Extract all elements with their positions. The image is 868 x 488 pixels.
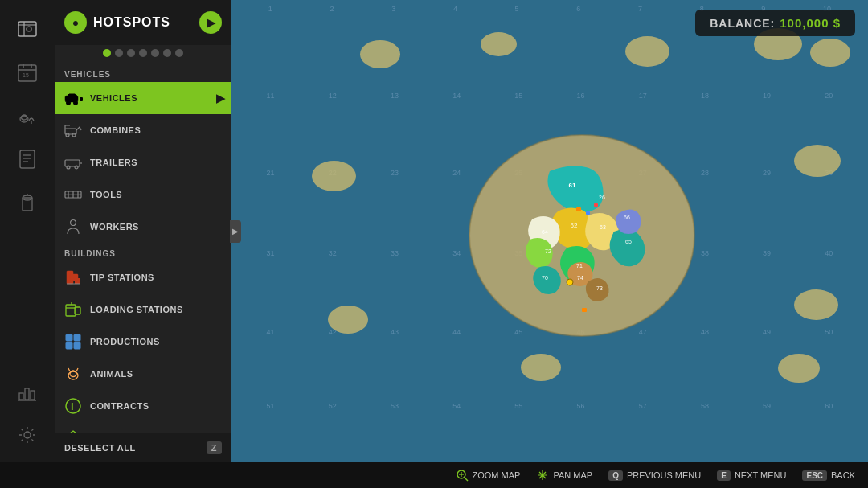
svg-line-73 <box>465 478 468 481</box>
menu-item-vehicles[interactable]: VEHICLES ▶ <box>55 82 231 114</box>
svg-point-24 <box>74 101 78 105</box>
menu-item-loading-stations[interactable]: LOADING STATIONS <box>55 293 231 326</box>
next-menu-button[interactable]: E NEXT MENU <box>717 470 786 481</box>
svg-rect-66 <box>576 207 581 211</box>
svg-rect-67 <box>586 211 590 215</box>
trailers-icon <box>63 152 84 173</box>
balance-label: BALANCE: <box>710 17 775 30</box>
grid-row-6: 51525354555657585960 <box>231 402 868 410</box>
island-map: 61 26 62 63 65 64 71 72 66 74 70 73 <box>445 107 719 356</box>
rock-1 <box>360 40 400 68</box>
svg-rect-10 <box>20 150 35 168</box>
rock-3 <box>625 36 669 67</box>
svg-text:73: 73 <box>596 285 603 291</box>
vehicles-arrow: ▶ <box>216 92 226 105</box>
trailers-label: TRAILERS <box>90 158 137 167</box>
left-panel: ● HOTSPOTS ▶ VEHICLES <box>55 0 231 462</box>
svg-rect-68 <box>594 203 598 207</box>
tip-stations-label: TIP STATIONS <box>90 273 154 282</box>
svg-rect-48 <box>74 342 80 349</box>
zoom-icon <box>456 469 469 482</box>
balance-amount: 100,000 $ <box>780 16 841 30</box>
previous-menu-button[interactable]: Q PREVIOUS MENU <box>608 470 701 481</box>
menu-item-trailers[interactable]: TRAILERS <box>55 146 231 178</box>
combines-label: COMBINES <box>90 125 141 135</box>
svg-text:71: 71 <box>576 263 583 269</box>
header-dots-row <box>55 45 231 59</box>
svg-rect-45 <box>66 334 72 341</box>
deselect-key: Z <box>207 441 222 454</box>
panel-header-left: ● HOTSPOTS <box>64 11 170 34</box>
dot-1[interactable] <box>103 49 111 57</box>
menu-item-animals[interactable]: ANIMALS <box>55 358 231 390</box>
pan-map-button[interactable]: PAN MAP <box>536 469 592 482</box>
tools-label: TOOLS <box>90 190 122 199</box>
svg-rect-0 <box>18 22 36 36</box>
pan-icon <box>536 469 549 482</box>
dot-5[interactable] <box>151 49 159 57</box>
map-area[interactable]: 12345678910 11121314151617181920 2122232… <box>231 0 868 462</box>
tip-stations-icon <box>63 267 84 288</box>
menu-item-workers[interactable]: WORKERS <box>55 211 231 243</box>
svg-rect-17 <box>19 393 23 400</box>
svg-point-21 <box>24 432 31 438</box>
svg-rect-46 <box>74 334 80 341</box>
combines-icon <box>63 120 84 141</box>
svg-text:i: i <box>71 400 74 412</box>
productions-label: PRODUCTIONS <box>90 337 160 347</box>
svg-text:62: 62 <box>570 222 577 229</box>
menu-item-contracts[interactable]: i CONTRACTS <box>55 390 231 422</box>
contracts-icon: i <box>63 396 84 416</box>
animals-icon <box>63 363 84 384</box>
svg-text:65: 65 <box>625 239 632 244</box>
menu-item-others[interactable]: OTHERS <box>55 422 231 433</box>
deselect-all-bar[interactable]: DESELECT ALL Z <box>55 433 231 462</box>
previous-label: PREVIOUS MENU <box>627 470 701 480</box>
menu-item-tip-stations[interactable]: TIP STATIONS <box>55 261 231 293</box>
rock-7 <box>328 306 368 334</box>
tools-icon <box>63 184 84 205</box>
icon-sidebar: 15 <box>0 0 55 462</box>
sidebar-item-settings[interactable] <box>6 414 48 456</box>
svg-rect-18 <box>25 388 29 400</box>
svg-point-23 <box>67 101 71 105</box>
svg-text:61: 61 <box>568 182 575 189</box>
menu-item-tools[interactable]: TOOLS <box>55 178 231 211</box>
dot-6[interactable] <box>163 49 171 57</box>
sidebar-item-silo[interactable] <box>6 182 48 223</box>
previous-key: Q <box>608 470 623 481</box>
contracts-label: CONTRACTS <box>90 401 149 411</box>
back-button[interactable]: ESC BACK <box>802 470 855 481</box>
svg-text:66: 66 <box>624 215 630 220</box>
dot-7[interactable] <box>175 49 183 57</box>
sidebar-item-map[interactable] <box>6 8 48 50</box>
workers-icon <box>63 216 84 237</box>
menu-item-productions[interactable]: PRODUCTIONS <box>55 326 231 358</box>
svg-text:70: 70 <box>542 275 548 281</box>
dot-2[interactable] <box>115 49 123 57</box>
sidebar-item-contracts[interactable] <box>6 138 48 180</box>
zoom-map-button[interactable]: ZOOM MAP <box>456 469 521 482</box>
island-svg: 61 26 62 63 65 64 71 72 66 74 70 73 <box>445 107 719 356</box>
workers-label: WORKERS <box>90 222 139 232</box>
menu-item-combines[interactable]: COMBINES <box>55 114 231 146</box>
svg-text:74: 74 <box>577 275 583 281</box>
dot-4[interactable] <box>139 49 147 57</box>
panel-title: HOTSPOTS <box>93 15 170 30</box>
svg-rect-42 <box>66 305 76 316</box>
dot-3[interactable] <box>127 49 135 57</box>
header-right-button[interactable]: ▶ <box>199 11 222 34</box>
buildings-section-label: BUILDINGS <box>55 243 231 261</box>
panel-expand-arrow[interactable]: ▶ <box>230 220 241 243</box>
vehicles-section-label: VEHICLES <box>55 64 231 82</box>
sidebar-item-calendar[interactable]: 15 <box>6 51 48 93</box>
main-container: 15 <box>0 0 868 462</box>
loading-stations-label: LOADING STATIONS <box>90 305 183 314</box>
sidebar-item-chart[interactable] <box>6 371 48 412</box>
animals-label: ANIMALS <box>90 369 133 379</box>
svg-rect-70 <box>582 308 587 312</box>
svg-text:72: 72 <box>545 248 551 254</box>
rock-10 <box>778 354 820 383</box>
header-left-button[interactable]: ● <box>64 11 87 34</box>
sidebar-item-farm[interactable] <box>6 95 48 137</box>
